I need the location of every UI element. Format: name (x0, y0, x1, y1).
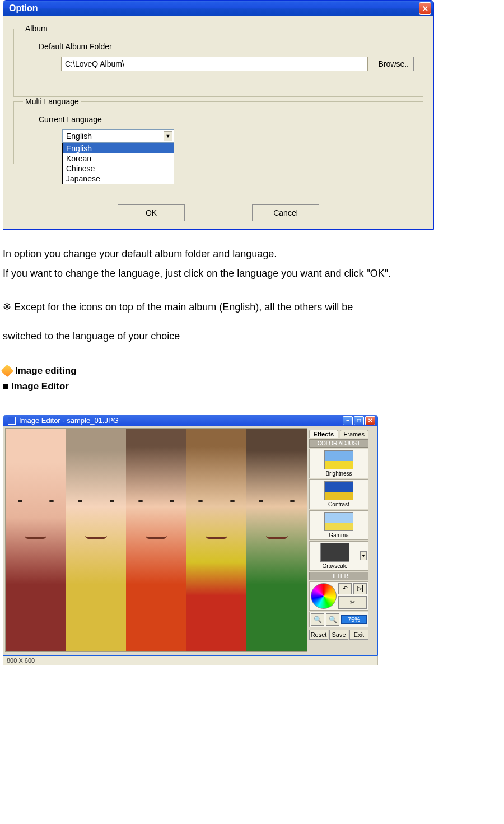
contrast-icon (324, 481, 353, 500)
default-folder-label: Default Album Folder (39, 42, 414, 51)
gamma-icon (324, 512, 353, 531)
section-title: Image editing (15, 365, 77, 376)
effect-gamma-label: Gamma (329, 532, 349, 538)
option-titlebar[interactable]: Option ✕ (3, 1, 433, 16)
option-title: Option (9, 3, 38, 13)
browse-button[interactable]: Browse.. (374, 57, 414, 71)
effect-contrast[interactable]: Contrast (309, 479, 368, 509)
note-line-2: switched to the language of your choice (3, 327, 501, 346)
chevron-down-icon[interactable]: ▼ (360, 551, 367, 560)
effect-grayscale-label: Grayscale (322, 563, 347, 569)
brightness-icon (324, 450, 353, 469)
app-icon (8, 417, 16, 425)
tab-frames[interactable]: Frames (340, 430, 369, 438)
album-fieldset: Album Default Album Folder Browse.. (13, 24, 423, 97)
zoom-out-icon[interactable]: 🔍 (311, 613, 324, 626)
tab-effects[interactable]: Effects (309, 430, 338, 438)
image-canvas[interactable] (5, 428, 307, 652)
note-text: ※ Except for the icons on top of the mai… (3, 297, 501, 346)
minimize-icon[interactable]: – (343, 416, 353, 425)
panel-color-adjust: COLOR ADJUST (309, 439, 368, 448)
reset-button[interactable]: Reset (309, 630, 328, 640)
cut-icon[interactable]: ✂ (338, 596, 367, 609)
sample-image (6, 429, 307, 651)
language-combobox[interactable]: English ▼ (62, 129, 174, 143)
effect-contrast-label: Contrast (328, 501, 349, 508)
section-image-editing: Image editing (3, 365, 501, 376)
color-wheel-icon[interactable] (311, 583, 337, 609)
skip-icon[interactable]: ▷ǀ (353, 583, 367, 594)
language-option-english[interactable]: English (63, 143, 174, 153)
option-dialog: Option ✕ Album Default Album Folder Brow… (3, 0, 434, 230)
album-legend: Album (23, 24, 50, 33)
subsection-image-editor: ■ Image Editor (3, 381, 501, 392)
effect-grayscale[interactable]: Grayscale ▼ (309, 541, 368, 571)
language-option-korean[interactable]: Korean (63, 153, 174, 164)
current-language-label: Current Language (39, 115, 414, 124)
ok-button[interactable]: OK (118, 204, 185, 221)
multi-language-fieldset: Multi Language Current Language English … (13, 97, 423, 164)
description-text: In option you change your default album … (3, 245, 501, 282)
zoom-in-icon[interactable]: 🔍 (326, 613, 339, 626)
language-option-japanese[interactable]: Japanese (63, 174, 174, 184)
desc-line-2: If you want to change the language, just… (3, 265, 501, 282)
language-dropdown: English Korean Chinese Japanese (62, 143, 174, 184)
diamond-icon (1, 364, 14, 377)
undo-icon[interactable]: ↶ (338, 583, 352, 594)
desc-line-1: In option you change your default album … (3, 245, 501, 263)
effect-brightness[interactable]: Brightness (309, 449, 368, 478)
cancel-button[interactable]: Cancel (252, 204, 319, 221)
chevron-down-icon[interactable]: ▼ (164, 131, 172, 141)
zoom-value[interactable]: 75% (341, 615, 367, 624)
effect-brightness-label: Brightness (325, 471, 352, 477)
image-editor-window: Image Editor - sample_01.JPG – □ ✕ (3, 415, 378, 656)
close-icon[interactable]: ✕ (419, 2, 431, 15)
multi-language-legend: Multi Language (23, 97, 81, 106)
panel-filter: FILTER (309, 572, 368, 580)
effect-gamma[interactable]: Gamma (309, 510, 368, 540)
language-option-chinese[interactable]: Chinese (63, 164, 174, 174)
maximize-icon[interactable]: □ (354, 416, 364, 425)
grayscale-icon (320, 543, 349, 562)
exit-button[interactable]: Exit (349, 630, 368, 640)
save-button[interactable]: Save (329, 630, 348, 640)
close-icon[interactable]: ✕ (365, 416, 375, 425)
language-combo-value: English (66, 132, 92, 141)
status-bar: 800 X 600 (3, 656, 378, 665)
editor-sidebar: Effects Frames COLOR ADJUST Brightness C… (307, 428, 370, 652)
album-path-input[interactable] (61, 57, 368, 71)
image-editor-titlebar[interactable]: Image Editor - sample_01.JPG – □ ✕ (3, 415, 377, 426)
note-line-1: ※ Except for the icons on top of the mai… (3, 297, 501, 316)
image-editor-title: Image Editor - sample_01.JPG (19, 416, 119, 425)
